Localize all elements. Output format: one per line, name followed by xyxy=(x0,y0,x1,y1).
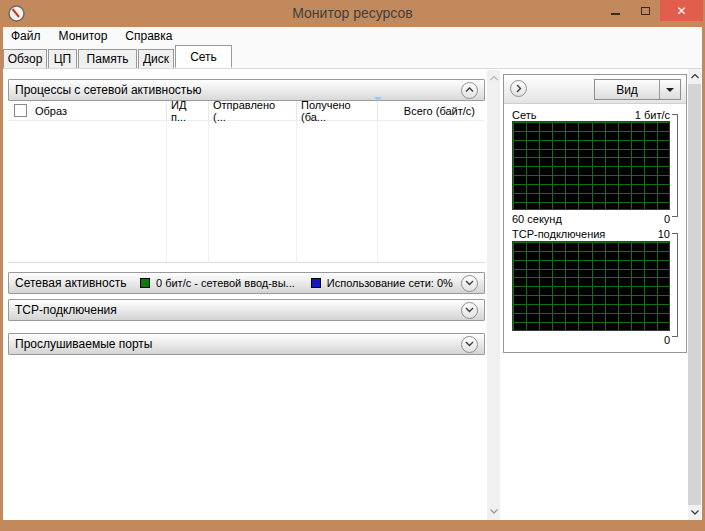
caret-down-icon xyxy=(666,88,674,92)
view-dropdown-arrow[interactable] xyxy=(659,80,680,99)
network-usage-swatch xyxy=(311,278,321,288)
scroll-up-icon[interactable] xyxy=(487,71,500,86)
ports-section-header[interactable]: Прослушиваемые порты xyxy=(8,333,485,355)
tab-network[interactable]: Сеть xyxy=(175,45,232,68)
tcp-section-header[interactable]: TCP-подключения xyxy=(8,299,485,321)
expand-down-button[interactable] xyxy=(461,302,478,319)
chevron-down-icon xyxy=(465,280,474,286)
network-io-swatch xyxy=(140,278,150,288)
menu-help[interactable]: Справка xyxy=(125,28,181,44)
tab-cpu[interactable]: ЦП xyxy=(48,49,77,68)
tcp-chart-ymax: 10 xyxy=(658,228,670,240)
tab-memory[interactable]: Память xyxy=(78,49,137,68)
column-sent[interactable]: Отправлено (... xyxy=(209,101,297,120)
chevron-up-icon xyxy=(465,87,474,93)
column-total[interactable]: Всего (байт/с) xyxy=(378,101,485,120)
tcp-chart-title: TCP-подключения xyxy=(512,228,605,240)
left-pane-scrollbar[interactable] xyxy=(487,70,500,520)
chevron-down-icon xyxy=(465,307,474,313)
tab-overview[interactable]: Обзор xyxy=(3,49,47,68)
close-button[interactable]: ✕ xyxy=(660,0,703,21)
side-panel-scrollbar[interactable] xyxy=(688,69,701,520)
tcp-chart-ymin: 0 xyxy=(664,334,670,346)
tcp-chart xyxy=(512,241,670,331)
scroll-up-icon[interactable] xyxy=(688,69,701,84)
view-dropdown-button[interactable]: Вид xyxy=(594,79,681,100)
tcp-chart-bottom-labels: 0 xyxy=(512,334,670,346)
network-io-label: 0 бит/с - сетевой ввод-вы... xyxy=(156,277,295,289)
network-usage-label: Использование сети: 0% xyxy=(327,277,453,289)
column-image[interactable]: Образ xyxy=(8,101,167,120)
network-chart xyxy=(512,121,670,210)
process-table-header: Образ ИД п... Отправлено (... Получено (… xyxy=(8,101,485,121)
view-button-label: Вид xyxy=(595,80,659,99)
tcp-chart-scale-bracket xyxy=(672,233,678,337)
network-chart-bottom-labels: 60 секунд 0 xyxy=(512,213,670,225)
process-table-body[interactable] xyxy=(8,121,485,263)
sort-indicator-icon xyxy=(374,97,382,101)
processes-section-title: Процессы с сетевой активностью xyxy=(15,83,202,97)
maximize-button[interactable] xyxy=(630,0,660,21)
select-all-checkbox[interactable] xyxy=(14,104,27,117)
column-pid[interactable]: ИД п... xyxy=(167,101,209,120)
scroll-down-icon[interactable] xyxy=(688,505,701,520)
tcp-chart-labels: TCP-подключения 10 xyxy=(512,228,670,240)
charts-side-panel: Вид Сеть 1 бит/с 60 секунд 0 TCP-подключ… xyxy=(503,74,687,353)
chevron-down-icon xyxy=(465,341,474,347)
expand-down-button[interactable] xyxy=(461,275,478,292)
title-bar: Монитор ресурсов ✕ xyxy=(0,0,705,27)
network-chart-xlabel: 60 секунд xyxy=(512,213,562,225)
tab-bar: Обзор ЦП Память Диск Сеть xyxy=(3,45,702,68)
minimize-button[interactable] xyxy=(600,0,630,21)
menu-bar: Файл Монитор Справка xyxy=(3,27,702,45)
collapse-up-button[interactable] xyxy=(461,82,478,99)
network-chart-labels: Сеть 1 бит/с xyxy=(512,109,670,121)
collapse-panel-button[interactable] xyxy=(510,80,527,97)
scroll-down-icon[interactable] xyxy=(487,504,500,519)
column-received[interactable]: Получено (ба... xyxy=(297,101,378,120)
network-activity-section-header[interactable]: Сетевая активность 0 бит/с - сетевой вво… xyxy=(8,272,485,294)
network-chart-scale-bracket xyxy=(672,114,678,217)
menu-monitor[interactable]: Монитор xyxy=(59,28,117,44)
network-chart-title: Сеть xyxy=(512,109,536,121)
tcp-section-title: TCP-подключения xyxy=(15,303,117,317)
expand-down-button[interactable] xyxy=(461,336,478,353)
resource-monitor-window: Монитор ресурсов ✕ Файл Монитор Справка … xyxy=(0,0,705,531)
network-chart-ymax: 1 бит/с xyxy=(635,109,670,121)
ports-section-title: Прослушиваемые порты xyxy=(15,337,152,351)
tab-disk[interactable]: Диск xyxy=(138,49,174,68)
side-panel-toolbar: Вид xyxy=(504,75,686,104)
network-activity-title: Сетевая активность xyxy=(15,276,140,290)
network-io-legend: 0 бит/с - сетевой ввод-вы... xyxy=(140,277,295,289)
network-usage-legend: Использование сети: 0% xyxy=(311,277,453,289)
tab-content: Процессы с сетевой активностью Образ ИД … xyxy=(3,68,702,520)
network-chart-ymin: 0 xyxy=(664,213,670,225)
menu-file[interactable]: Файл xyxy=(11,28,50,44)
chevron-right-icon xyxy=(516,84,522,93)
